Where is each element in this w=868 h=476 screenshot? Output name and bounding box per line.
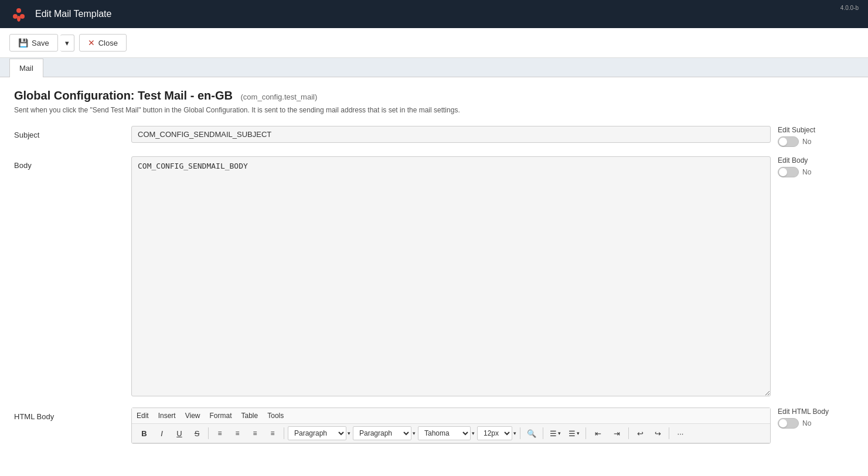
save-dropdown-button[interactable]: ▾ (60, 35, 74, 52)
edit-html-body-side: Edit HTML Body No (778, 407, 854, 429)
close-icon: ✕ (88, 38, 95, 47)
edit-subject-toggle[interactable] (778, 136, 799, 147)
save-icon: 💾 (18, 38, 28, 47)
editor-menu-tools[interactable]: Tools (267, 410, 284, 421)
subject-row: Subject Edit Subject No (14, 126, 854, 147)
subject-label: Subject (14, 126, 131, 139)
edit-body-toggle-label: No (802, 168, 811, 176)
tab-bar: Mail (0, 58, 868, 77)
subject-field (131, 126, 771, 143)
save-button-label: Save (32, 39, 49, 47)
style-select-group: Paragraph ▾ (353, 426, 416, 440)
editor-toolbar: B I U S ≡ ≡ ≡ ≡ Paragraph ▾ (132, 424, 770, 443)
separator-4 (543, 427, 543, 439)
svg-point-2 (20, 14, 25, 19)
page-title-key: (com_config.test_mail) (241, 93, 318, 101)
app-version: 4.0.0-b (840, 5, 859, 11)
size-select-arrow: ▾ (513, 430, 516, 436)
search-button[interactable]: 🔍 (524, 426, 539, 440)
indent-button[interactable]: ⇥ (608, 426, 625, 440)
tab-mail-label: Mail (19, 64, 33, 73)
top-bar: Edit Mail Template 4.0.0-b (0, 0, 868, 28)
style-select-arrow: ▾ (413, 430, 416, 436)
edit-subject-label: Edit Subject (778, 126, 815, 134)
separator-5 (586, 427, 586, 439)
separator-2 (284, 427, 284, 439)
page-title-text: Global Configuration: Test Mail - en-GB (14, 89, 233, 102)
redo-button[interactable]: ↪ (650, 426, 665, 440)
body-row: Body COM_CONFIG_SENDMAIL_BODY Edit Body … (14, 156, 854, 398)
undo-button[interactable]: ↩ (632, 426, 648, 440)
format-select-arrow: ▾ (348, 430, 350, 436)
edit-body-toggle[interactable] (778, 167, 799, 177)
html-body-label: HTML Body (14, 407, 131, 421)
ordered-list-button[interactable]: ☰▾ (566, 426, 582, 440)
edit-body-label: Edit Body (778, 156, 808, 165)
main-toolbar: 💾 Save ▾ ✕ Close (0, 28, 868, 58)
tab-mail[interactable]: Mail (9, 59, 43, 77)
separator-1 (208, 427, 209, 439)
bold-button[interactable]: B (137, 426, 152, 440)
page-header-title: Edit Mail Template (35, 9, 111, 19)
toggle-knob (779, 138, 787, 146)
main-content: Global Configuration: Test Mail - en-GB … (0, 77, 868, 476)
page-title: Global Configuration: Test Mail - en-GB … (14, 89, 854, 102)
editor-menu-view[interactable]: View (185, 410, 200, 421)
edit-subject-side: Edit Subject No (778, 126, 854, 147)
svg-point-0 (16, 8, 21, 13)
close-button[interactable]: ✕ Close (79, 34, 127, 52)
svg-point-3 (17, 16, 21, 22)
edit-subject-toggle-container: No (778, 136, 811, 147)
page-description: Sent when you click the "Send Test Mail"… (14, 106, 854, 114)
editor-menubar: Edit Insert View Format Table Tools (132, 408, 770, 424)
html-body-field: Edit Insert View Format Table Tools B I … (131, 407, 771, 444)
body-label: Body (14, 156, 131, 170)
edit-html-body-label: Edit HTML Body (778, 407, 829, 416)
toggle-knob-html (779, 419, 787, 427)
outdent-button[interactable]: ⇤ (590, 426, 606, 440)
strikethrough-button[interactable]: S (189, 426, 205, 440)
edit-body-side: Edit Body No (778, 156, 854, 177)
align-center-button[interactable]: ≡ (230, 426, 245, 440)
separator-6 (628, 427, 629, 439)
align-right-button[interactable]: ≡ (247, 426, 263, 440)
edit-body-toggle-container: No (778, 167, 811, 177)
size-select-group: 12px ▾ (477, 426, 516, 440)
font-select-arrow: ▾ (472, 430, 475, 436)
html-editor: Edit Insert View Format Table Tools B I … (131, 407, 771, 444)
align-left-button[interactable]: ≡ (212, 426, 227, 440)
svg-point-1 (13, 14, 18, 19)
italic-button[interactable]: I (154, 426, 169, 440)
editor-menu-format[interactable]: Format (210, 410, 232, 421)
editor-menu-edit[interactable]: Edit (137, 410, 149, 421)
close-button-label: Close (98, 39, 118, 47)
editor-menu-insert[interactable]: Insert (158, 410, 176, 421)
separator-3 (520, 427, 520, 439)
format-select-group: Paragraph ▾ (288, 426, 350, 440)
underline-button[interactable]: U (172, 426, 187, 440)
html-body-row: HTML Body Edit Insert View Format Table … (14, 407, 854, 444)
toggle-knob-body (779, 168, 787, 176)
edit-subject-toggle-label: No (802, 138, 811, 146)
app-logo (9, 5, 28, 23)
unordered-list-button[interactable]: ☰▾ (547, 426, 563, 440)
edit-html-body-toggle-container: No (778, 418, 811, 429)
more-button[interactable]: ··· (673, 426, 688, 440)
save-button[interactable]: 💾 Save (9, 34, 58, 52)
font-select[interactable]: Tahoma (418, 426, 471, 440)
edit-html-body-toggle-label: No (802, 419, 811, 427)
font-select-group: Tahoma ▾ (418, 426, 475, 440)
separator-7 (669, 427, 669, 439)
align-justify-button[interactable]: ≡ (265, 426, 280, 440)
size-select[interactable]: 12px (477, 426, 512, 440)
format-select[interactable]: Paragraph (288, 426, 346, 440)
body-textarea[interactable]: COM_CONFIG_SENDMAIL_BODY (131, 156, 771, 396)
edit-html-body-toggle[interactable] (778, 418, 799, 429)
style-select[interactable]: Paragraph (353, 426, 411, 440)
editor-menu-table[interactable]: Table (241, 410, 258, 421)
chevron-down-icon: ▾ (65, 39, 69, 47)
subject-input[interactable] (131, 126, 771, 143)
body-field: COM_CONFIG_SENDMAIL_BODY (131, 156, 771, 398)
